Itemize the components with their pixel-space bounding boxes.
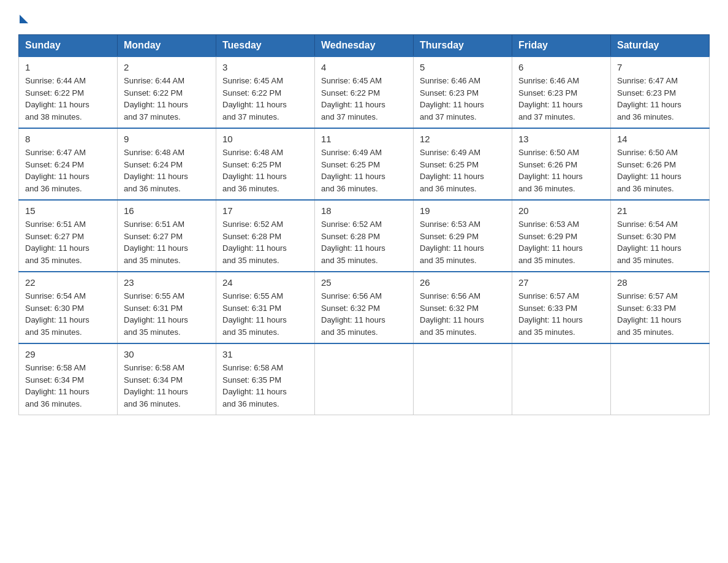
calendar-table: SundayMondayTuesdayWednesdayThursdayFrid… — [18, 34, 710, 415]
page-header — [18, 12, 710, 22]
header-friday: Friday — [512, 35, 611, 57]
header-saturday: Saturday — [611, 35, 710, 57]
day-number: 2 — [124, 62, 210, 72]
calendar-cell: 15 Sunrise: 6:51 AMSunset: 6:27 PMDaylig… — [19, 200, 118, 272]
calendar-cell: 21 Sunrise: 6:54 AMSunset: 6:30 PMDaylig… — [611, 200, 710, 272]
day-info: Sunrise: 6:51 AMSunset: 6:27 PMDaylight:… — [124, 218, 210, 266]
calendar-cell: 19 Sunrise: 6:53 AMSunset: 6:29 PMDaylig… — [414, 200, 512, 272]
calendar-cell: 6 Sunrise: 6:46 AMSunset: 6:23 PMDayligh… — [512, 56, 611, 128]
calendar-cell: 9 Sunrise: 6:48 AMSunset: 6:24 PMDayligh… — [118, 128, 216, 200]
day-info: Sunrise: 6:45 AMSunset: 6:22 PMDaylight:… — [321, 75, 407, 123]
day-number: 7 — [617, 62, 703, 72]
day-number: 3 — [222, 62, 308, 72]
day-number: 22 — [25, 277, 111, 288]
header-wednesday: Wednesday — [315, 35, 414, 57]
day-info: Sunrise: 6:47 AMSunset: 6:23 PMDaylight:… — [617, 75, 703, 123]
day-number: 4 — [321, 62, 407, 72]
day-number: 9 — [124, 134, 210, 144]
day-info: Sunrise: 6:53 AMSunset: 6:29 PMDaylight:… — [518, 218, 604, 266]
day-info: Sunrise: 6:58 AMSunset: 6:34 PMDaylight:… — [124, 362, 210, 410]
logo — [18, 12, 28, 22]
calendar-week-3: 15 Sunrise: 6:51 AMSunset: 6:27 PMDaylig… — [19, 200, 710, 272]
calendar-cell: 11 Sunrise: 6:49 AMSunset: 6:25 PMDaylig… — [315, 128, 414, 200]
day-number: 26 — [420, 277, 506, 288]
day-number: 28 — [617, 277, 703, 288]
day-info: Sunrise: 6:58 AMSunset: 6:35 PMDaylight:… — [222, 362, 308, 410]
day-number: 5 — [420, 62, 506, 72]
day-info: Sunrise: 6:57 AMSunset: 6:33 PMDaylight:… — [518, 290, 604, 338]
day-info: Sunrise: 6:56 AMSunset: 6:32 PMDaylight:… — [420, 290, 506, 338]
day-info: Sunrise: 6:48 AMSunset: 6:24 PMDaylight:… — [124, 147, 210, 194]
day-number: 13 — [518, 134, 604, 144]
day-info: Sunrise: 6:53 AMSunset: 6:29 PMDaylight:… — [420, 218, 506, 266]
header-thursday: Thursday — [414, 35, 512, 57]
calendar-header-row: SundayMondayTuesdayWednesdayThursdayFrid… — [19, 35, 710, 57]
day-number: 17 — [222, 205, 308, 216]
day-number: 20 — [518, 205, 604, 216]
calendar-cell — [512, 343, 611, 415]
day-info: Sunrise: 6:56 AMSunset: 6:32 PMDaylight:… — [321, 290, 407, 338]
calendar-cell: 22 Sunrise: 6:54 AMSunset: 6:30 PMDaylig… — [19, 272, 118, 343]
calendar-week-2: 8 Sunrise: 6:47 AMSunset: 6:24 PMDayligh… — [19, 128, 710, 200]
calendar-cell: 20 Sunrise: 6:53 AMSunset: 6:29 PMDaylig… — [512, 200, 611, 272]
day-number: 27 — [518, 277, 604, 288]
calendar-cell: 16 Sunrise: 6:51 AMSunset: 6:27 PMDaylig… — [118, 200, 216, 272]
calendar-cell: 24 Sunrise: 6:55 AMSunset: 6:31 PMDaylig… — [216, 272, 315, 343]
calendar-cell: 10 Sunrise: 6:48 AMSunset: 6:25 PMDaylig… — [216, 128, 315, 200]
calendar-cell: 30 Sunrise: 6:58 AMSunset: 6:34 PMDaylig… — [118, 343, 216, 415]
calendar-cell: 12 Sunrise: 6:49 AMSunset: 6:25 PMDaylig… — [414, 128, 512, 200]
day-number: 29 — [25, 349, 111, 359]
day-info: Sunrise: 6:49 AMSunset: 6:25 PMDaylight:… — [321, 147, 407, 194]
header-monday: Monday — [118, 35, 216, 57]
calendar-cell — [315, 343, 414, 415]
day-info: Sunrise: 6:51 AMSunset: 6:27 PMDaylight:… — [25, 218, 111, 266]
calendar-cell — [414, 343, 512, 415]
calendar-cell: 1 Sunrise: 6:44 AMSunset: 6:22 PMDayligh… — [19, 56, 118, 128]
calendar-cell: 8 Sunrise: 6:47 AMSunset: 6:24 PMDayligh… — [19, 128, 118, 200]
day-number: 8 — [25, 134, 111, 144]
day-info: Sunrise: 6:57 AMSunset: 6:33 PMDaylight:… — [617, 290, 703, 338]
day-info: Sunrise: 6:49 AMSunset: 6:25 PMDaylight:… — [420, 147, 506, 194]
calendar-cell: 13 Sunrise: 6:50 AMSunset: 6:26 PMDaylig… — [512, 128, 611, 200]
day-number: 11 — [321, 134, 407, 144]
day-info: Sunrise: 6:44 AMSunset: 6:22 PMDaylight:… — [124, 75, 210, 123]
day-info: Sunrise: 6:45 AMSunset: 6:22 PMDaylight:… — [222, 75, 308, 123]
day-info: Sunrise: 6:52 AMSunset: 6:28 PMDaylight:… — [222, 218, 308, 266]
day-info: Sunrise: 6:55 AMSunset: 6:31 PMDaylight:… — [124, 290, 210, 338]
calendar-cell: 3 Sunrise: 6:45 AMSunset: 6:22 PMDayligh… — [216, 56, 315, 128]
day-info: Sunrise: 6:58 AMSunset: 6:34 PMDaylight:… — [25, 362, 111, 410]
day-number: 1 — [25, 62, 111, 72]
day-info: Sunrise: 6:54 AMSunset: 6:30 PMDaylight:… — [25, 290, 111, 338]
calendar-cell: 26 Sunrise: 6:56 AMSunset: 6:32 PMDaylig… — [414, 272, 512, 343]
calendar-week-4: 22 Sunrise: 6:54 AMSunset: 6:30 PMDaylig… — [19, 272, 710, 343]
day-info: Sunrise: 6:52 AMSunset: 6:28 PMDaylight:… — [321, 218, 407, 266]
day-number: 25 — [321, 277, 407, 288]
day-number: 18 — [321, 205, 407, 216]
day-info: Sunrise: 6:47 AMSunset: 6:24 PMDaylight:… — [25, 147, 111, 194]
day-number: 23 — [124, 277, 210, 288]
calendar-week-5: 29 Sunrise: 6:58 AMSunset: 6:34 PMDaylig… — [19, 343, 710, 415]
calendar-cell: 17 Sunrise: 6:52 AMSunset: 6:28 PMDaylig… — [216, 200, 315, 272]
day-number: 10 — [222, 134, 308, 144]
day-number: 31 — [222, 349, 308, 359]
day-info: Sunrise: 6:46 AMSunset: 6:23 PMDaylight:… — [518, 75, 604, 123]
calendar-cell: 18 Sunrise: 6:52 AMSunset: 6:28 PMDaylig… — [315, 200, 414, 272]
calendar-cell: 31 Sunrise: 6:58 AMSunset: 6:35 PMDaylig… — [216, 343, 315, 415]
calendar-cell: 25 Sunrise: 6:56 AMSunset: 6:32 PMDaylig… — [315, 272, 414, 343]
calendar-cell — [611, 343, 710, 415]
calendar-cell: 23 Sunrise: 6:55 AMSunset: 6:31 PMDaylig… — [118, 272, 216, 343]
calendar-cell: 29 Sunrise: 6:58 AMSunset: 6:34 PMDaylig… — [19, 343, 118, 415]
day-info: Sunrise: 6:50 AMSunset: 6:26 PMDaylight:… — [518, 147, 604, 194]
calendar-week-1: 1 Sunrise: 6:44 AMSunset: 6:22 PMDayligh… — [19, 56, 710, 128]
day-number: 14 — [617, 134, 703, 144]
day-number: 21 — [617, 205, 703, 216]
calendar-cell: 14 Sunrise: 6:50 AMSunset: 6:26 PMDaylig… — [611, 128, 710, 200]
day-number: 15 — [25, 205, 111, 216]
calendar-cell: 4 Sunrise: 6:45 AMSunset: 6:22 PMDayligh… — [315, 56, 414, 128]
day-number: 16 — [124, 205, 210, 216]
day-number: 6 — [518, 62, 604, 72]
calendar-cell: 2 Sunrise: 6:44 AMSunset: 6:22 PMDayligh… — [118, 56, 216, 128]
day-info: Sunrise: 6:46 AMSunset: 6:23 PMDaylight:… — [420, 75, 506, 123]
day-number: 24 — [222, 277, 308, 288]
day-info: Sunrise: 6:44 AMSunset: 6:22 PMDaylight:… — [25, 75, 111, 123]
